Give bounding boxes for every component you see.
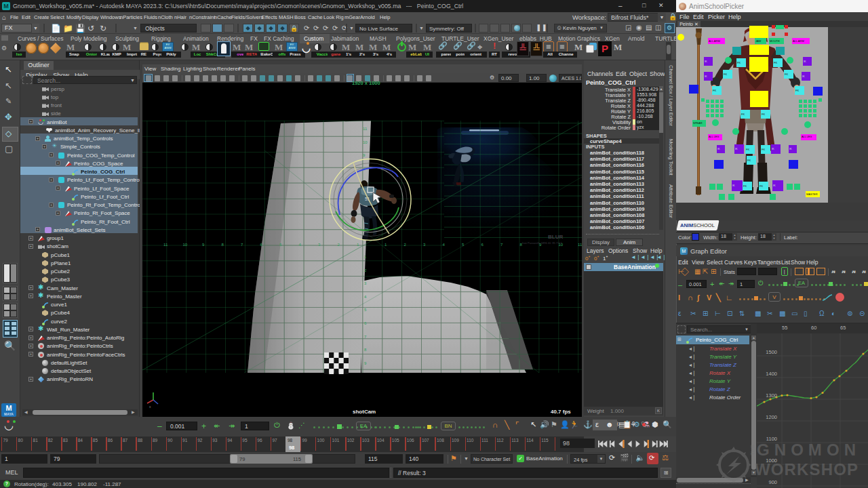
svg-text:Iron Passarella 5896 40: 85 71: Iron Passarella 5896 40: 85 7117	[522, 241, 562, 245]
svg-text:7: 7	[241, 243, 243, 247]
svg-text:2: 2	[364, 268, 367, 272]
svg-text:2: 2	[404, 243, 407, 247]
svg-text:1: 1	[364, 255, 367, 259]
svg-text:8: 8	[222, 243, 224, 247]
svg-text:5: 5	[462, 243, 465, 247]
svg-text:x: x	[149, 405, 151, 409]
svg-text:11: 11	[363, 127, 368, 131]
svg-text:THE: THE	[749, 445, 755, 455]
svg-text:10: 10	[183, 243, 188, 247]
svg-text:1: 1	[384, 243, 387, 247]
svg-text:BLUR: BLUR	[548, 234, 563, 240]
svg-text:3: 3	[423, 243, 426, 247]
svg-text:11: 11	[163, 243, 168, 247]
svg-text:WORKSHOP: WORKSHOP	[755, 460, 858, 479]
svg-text:4: 4	[443, 243, 446, 247]
svg-text:10: 10	[363, 140, 368, 144]
svg-text:11: 11	[578, 243, 582, 247]
svg-text:GNOMON: GNOMON	[757, 441, 856, 459]
svg-text:9: 9	[202, 243, 205, 247]
